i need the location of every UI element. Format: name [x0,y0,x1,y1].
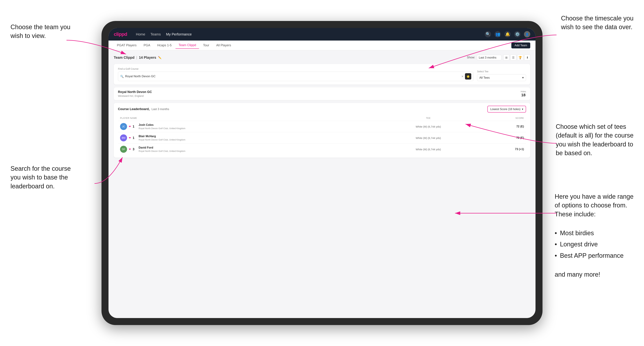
view-icons: ⊞ ☰ 🏆 ⬇ [503,54,530,60]
tee-select[interactable]: All Tees ▾ [477,74,526,81]
player-club-3: Royal North Devon Golf Club, United King… [138,150,185,152]
table-row: BM ❤ 1 Blair McHarg Royal North Devon Go… [118,132,526,144]
bullet-longest-drive: Longest drive [555,239,634,250]
team-header: Team Clippd | 14 Players ✏️ Show: Last 3… [114,54,530,60]
score-3: 73 (+1) [480,144,526,155]
add-team-button[interactable]: Add Team [511,42,530,48]
settings-icon-btn[interactable]: ⚙️ [514,31,520,37]
leaderboard-table: PLAYER NAME TEE SCORE JC ❤ [118,115,526,155]
subnav-hcaps[interactable]: Hcaps 1-5 [154,42,175,49]
player-cell-1: JC ❤ 1 Josh Coles Royal North Devon Golf… [118,121,362,132]
time-range-select[interactable]: Last 3 months [477,55,502,60]
table-row: DF ❤ 3 David Ford Royal North Devon Golf… [118,144,526,155]
filter-label: Lowest Score (18 holes) [490,108,520,111]
nav-bar: clippd Home Teams My Performance 🔍 👥 🔔 ⚙… [108,28,536,40]
clear-search-btn[interactable]: ✕ [461,75,464,78]
course-info: Royal North Devon GC Westward Ho!, Engla… [118,90,152,97]
nav-my-performance[interactable]: My Performance [166,32,192,36]
bullet-most-birdies: Most birdies [555,227,634,239]
annotation-bottom-left: Search for the course you wish to base t… [10,164,71,191]
player-club-2: Royal North Devon Golf Club, United King… [138,138,185,141]
options-list: Most birdies Longest drive Best APP perf… [555,227,634,261]
subnav-all-players[interactable]: All Players [213,42,234,49]
heart-icon-1: ❤ [129,125,131,128]
search-section: Find a Golf Course 🔍 ✕ ⭐ Select Tee All … [114,64,530,85]
annotation-bottom-right: Here you have a wide range of options to… [555,192,634,279]
course-result: Royal North Devon GC Westward Ho!, Engla… [114,87,530,100]
player-avatar-1: JC [120,123,127,130]
nav-teams[interactable]: Teams [150,32,161,36]
subnav-pga[interactable]: PGA [140,42,153,49]
player-name-3: David Ford [138,146,185,149]
trophy-view-btn[interactable]: 🏆 [517,54,523,60]
find-course-label: Find a Golf Course [118,67,474,70]
search-input-wrap: 🔍 ✕ ⭐ [118,72,474,81]
tee-value: All Tees [479,76,490,79]
tee-chevron-icon: ▾ [522,76,524,79]
show-label: Show: [467,56,475,59]
table-row: JC ❤ 1 Josh Coles Royal North Devon Golf… [118,121,526,132]
rank-3: 3 [133,148,137,151]
course-name: Royal North Devon GC [118,90,152,94]
leaderboard-period: Last 3 months [152,108,169,111]
users-icon-btn[interactable]: 👥 [494,31,501,37]
tablet-screen: clippd Home Teams My Performance 🔍 👥 🔔 ⚙… [108,28,536,318]
player-count: 14 Players [139,56,156,60]
player-avatar-3: DF [120,146,127,153]
subnav-tour[interactable]: Tour [200,42,212,49]
rank-1: 1 [133,125,137,128]
leaderboard-title-text: Course Leaderboard, [118,107,150,111]
annotation-top-right: Choose the timescale you wish to see the… [561,14,634,32]
heart-icon-2: ❤ [129,137,131,139]
course-location: Westward Ho!, England [118,95,152,97]
holes-badge: Holes 18 [520,90,526,97]
star-btn[interactable]: ⭐ [465,73,471,79]
player-name-2: Blair McHarg [138,135,185,138]
tee-2: White (M) (6,744 yds) [376,132,480,144]
holes-number: 18 [521,93,525,97]
annotation-top-left: Choose the team you wish to view. [10,23,70,40]
tablet-frame: clippd Home Teams My Performance 🔍 👥 🔔 ⚙… [102,21,542,325]
search-icon-btn[interactable]: 🔍 [485,31,491,37]
col-score: SCORE [480,115,526,121]
leaderboard-filter-btn[interactable]: Lowest Score (18 holes) ▾ [487,106,526,113]
tee-3: White (M) (6,744 yds) [376,144,480,155]
subnav-pgat[interactable]: PGAT Players [114,42,140,49]
col-tee: TEE [376,115,480,121]
team-name: Team Clippd [114,56,134,60]
player-cell-2: BM ❤ 1 Blair McHarg Royal North Devon Go… [118,132,362,144]
list-view-btn[interactable]: ☰ [510,54,516,60]
search-magnifier-icon: 🔍 [120,75,124,78]
annotation-mid-right: Choose which set of tees (default is all… [556,122,634,158]
player-name-1: Josh Coles [138,123,185,127]
app-logo: clippd [114,31,127,37]
main-content: Team Clippd | 14 Players ✏️ Show: Last 3… [108,50,536,162]
course-search-input[interactable] [125,75,460,78]
col-player: PLAYER NAME [118,115,376,121]
tee-1: White (M) (6,744 yds) [376,121,480,132]
bell-icon-btn[interactable]: 🔔 [504,31,511,37]
player-club-1: Royal North Devon Golf Club, United King… [138,127,185,130]
score-1: 72 (E) [480,121,526,132]
heart-icon-3: ❤ [129,148,131,151]
edit-icon[interactable]: ✏️ [158,56,162,59]
player-cell-3: DF ❤ 3 David Ford Royal North Devon Golf… [118,144,362,155]
score-2: 72 (E) [480,132,526,144]
and-more-text: and many more! [555,271,600,278]
subnav-team-clippd[interactable]: Team Clippd [175,42,199,49]
bullet-best-app: Best APP performance [555,250,634,261]
holes-label: Holes [520,90,526,93]
download-btn[interactable]: ⬇ [524,54,530,60]
grid-view-btn[interactable]: ⊞ [503,54,509,60]
leaderboard-header: Course Leaderboard, Last 3 months Lowest… [118,106,526,113]
leaderboard-section: Course Leaderboard, Last 3 months Lowest… [114,103,530,158]
sub-nav: PGAT Players PGA Hcaps 1-5 Team Clippd T… [108,40,536,50]
rank-2: 1 [133,136,137,140]
player-avatar-2: BM [120,134,127,141]
select-tee-label: Select Tee [477,70,526,73]
nav-home[interactable]: Home [136,32,145,36]
filter-chevron-icon: ▾ [522,107,523,111]
nav-icons: 🔍 👥 🔔 ⚙️ 👤 [485,31,530,37]
user-avatar[interactable]: 👤 [524,31,530,37]
